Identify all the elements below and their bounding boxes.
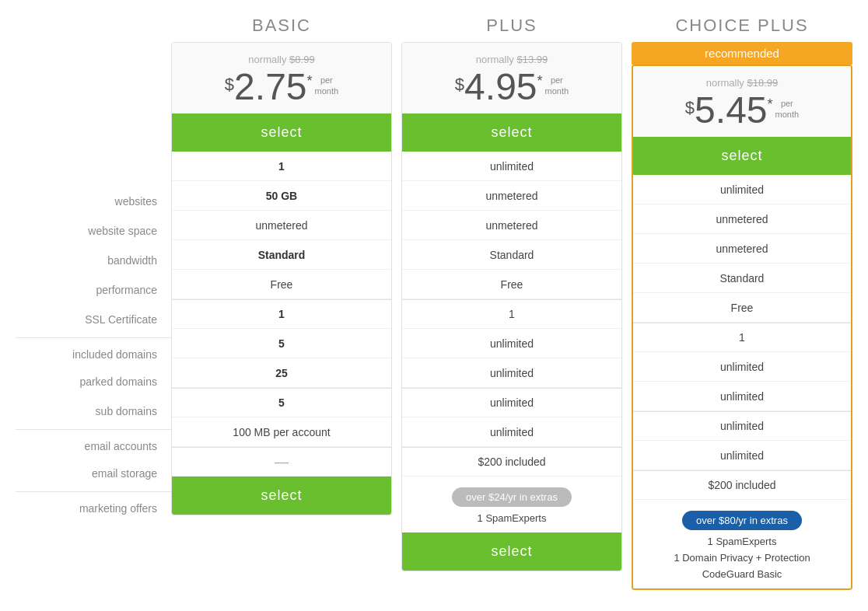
choice-plus-per-month: permonth [775, 98, 800, 120]
plus-select-bottom-button[interactable]: select [402, 532, 621, 571]
label-email-accounts: email accounts [16, 429, 171, 459]
choice-plus-sub-domains: unlimited [633, 382, 851, 411]
plus-bandwidth: unmetered [402, 211, 621, 240]
basic-email-storage: 100 MB per account [172, 417, 391, 447]
basic-card: normally $8.99 $ 2.75 * permonth select … [171, 42, 392, 515]
choice-plus-bandwidth: unmetered [633, 234, 851, 264]
basic-included-domains: 1 [172, 299, 391, 329]
choice-plus-normally: normally $18.99 [641, 77, 843, 89]
label-marketing-offers: marketing offers [16, 491, 171, 521]
plus-pricing-header: normally $13.99 $ 4.95 * permonth [402, 43, 621, 113]
label-websites: websites [16, 187, 171, 216]
label-performance: performance [16, 275, 171, 305]
plus-dollar: $ [455, 75, 464, 95]
choice-plus-parked-domains: unlimited [633, 352, 851, 382]
plus-marketing: $200 included [402, 447, 621, 477]
plus-normally: normally $13.99 [410, 54, 614, 65]
basic-marketing-dash: — [275, 454, 289, 470]
basic-sub-domains: 25 [172, 358, 391, 388]
choice-plus-card: normally $18.99 $ 5.45 * permonth select… [632, 65, 852, 590]
choice-plus-performance: Standard [633, 264, 851, 293]
basic-select-top-button[interactable]: select [172, 113, 391, 152]
choice-plus-pricing-header: normally $18.99 $ 5.45 * permonth [633, 66, 851, 137]
choice-plus-plan-column: CHOICE PLUS recommended normally $18.99 … [632, 16, 852, 590]
basic-email-accounts: 5 [172, 388, 391, 417]
choice-plus-price-value: 5.45 [695, 92, 767, 129]
plus-included-domains: 1 [402, 299, 621, 329]
basic-bandwidth: unmetered [172, 211, 391, 240]
plus-email-accounts: unlimited [402, 388, 621, 417]
plus-original-price: $13.99 [516, 54, 548, 65]
basic-performance: Standard [172, 240, 391, 270]
label-bandwidth: bandwidth [16, 246, 171, 275]
label-sub-domains: sub domains [16, 396, 171, 426]
choice-plus-extras-badge: over $80/yr in extras [682, 511, 802, 530]
choice-plus-websites: unlimited [633, 175, 851, 204]
basic-website-space: 50 GB [172, 181, 391, 211]
basic-asterisk: * [307, 73, 313, 89]
basic-websites: 1 [172, 152, 391, 181]
pricing-container: websites website space bandwidth perform… [0, 0, 868, 606]
choice-plus-dollar: $ [685, 98, 695, 118]
plus-title: PLUS [401, 16, 622, 42]
plus-websites: unlimited [402, 152, 621, 181]
label-included-domains: included domains [16, 337, 171, 367]
basic-features: 1 50 GB unmetered Standard Free 1 5 25 5… [172, 152, 391, 477]
plus-per-month: permonth [545, 75, 569, 97]
recommended-badge: recommended [632, 42, 852, 65]
choice-plus-extras: over $80/yr in extras 1 SpamExperts 1 Do… [633, 500, 851, 588]
basic-normally: normally $8.99 [180, 54, 383, 65]
basic-ssl: Free [172, 270, 391, 299]
plus-sub-domains: unlimited [402, 358, 621, 388]
label-ssl: SSL Certificate [16, 305, 171, 334]
plus-features: unlimited unmetered unmetered Standard F… [402, 152, 621, 477]
basic-per-month: permonth [315, 75, 339, 97]
choice-plus-title: CHOICE PLUS [632, 16, 852, 42]
label-email-storage: email storage [16, 459, 171, 488]
basic-price-value: 2.75 [234, 68, 306, 106]
choice-plus-included-domains: 1 [633, 323, 851, 352]
choice-plus-select-top-button[interactable]: select [633, 137, 851, 175]
basic-marketing: — [172, 447, 391, 477]
basic-original-price: $8.99 [289, 54, 315, 65]
choice-plus-asterisk: * [768, 96, 773, 113]
plus-asterisk: * [537, 73, 543, 89]
plus-website-space: unmetered [402, 181, 621, 211]
basic-pricing-header: normally $8.99 $ 2.75 * permonth [172, 43, 391, 113]
label-website-space: website space [16, 216, 171, 246]
plus-price-value: 4.95 [464, 68, 537, 106]
plus-plan-column: PLUS normally $13.99 $ 4.95 * permonth s… [401, 16, 622, 571]
choice-plus-email-storage: unlimited [633, 441, 851, 470]
plus-email-storage: unlimited [402, 417, 621, 447]
label-parked-domains: parked domains [16, 367, 171, 396]
choice-plus-extras-item-3: CodeGuard Basic [642, 566, 842, 582]
choice-plus-original-price: $18.99 [747, 77, 778, 89]
choice-plus-ssl: Free [633, 293, 851, 323]
choice-plus-marketing: $200 included [633, 470, 851, 500]
basic-price-main: $ 2.75 * permonth [180, 68, 383, 106]
plus-extras: over $24/yr in extras 1 SpamExperts [402, 477, 621, 532]
choice-plus-email-accounts: unlimited [633, 411, 851, 441]
plus-parked-domains: unlimited [402, 329, 621, 358]
basic-plan-column: BASIC normally $8.99 $ 2.75 * permonth s… [171, 16, 392, 515]
plus-extras-badge: over $24/yr in extras [452, 487, 572, 507]
basic-select-bottom-button[interactable]: select [172, 477, 391, 515]
choice-plus-price-main: $ 5.45 * permonth [641, 92, 843, 129]
plus-ssl: Free [402, 270, 621, 299]
choice-plus-extras-item-2: 1 Domain Privacy + Protection [642, 550, 842, 566]
choice-plus-extras-item-1: 1 SpamExperts [642, 533, 842, 550]
plus-extras-item-1: 1 SpamExperts [411, 510, 612, 526]
plus-card: normally $13.99 $ 4.95 * permonth select… [401, 42, 622, 571]
basic-parked-domains: 5 [172, 329, 391, 358]
choice-plus-features: unlimited unmetered unmetered Standard F… [633, 175, 851, 500]
plus-price-main: $ 4.95 * permonth [410, 68, 614, 106]
choice-plus-website-space: unmetered [633, 204, 851, 234]
plus-performance: Standard [402, 240, 621, 270]
basic-dollar: $ [225, 75, 234, 95]
basic-title: BASIC [171, 16, 392, 42]
plus-select-top-button[interactable]: select [402, 113, 621, 152]
label-column: websites website space bandwidth perform… [16, 16, 171, 521]
